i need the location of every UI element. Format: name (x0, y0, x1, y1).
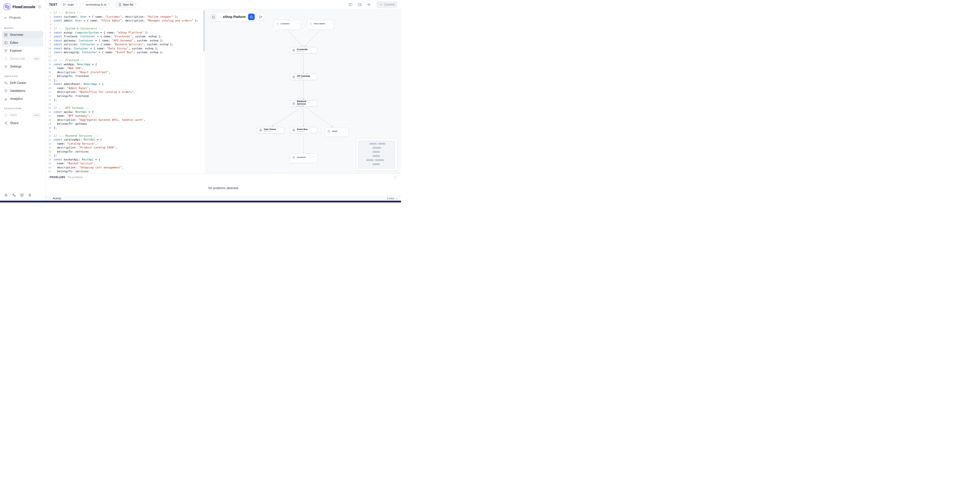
diagram-node-data-stores[interactable]: Data Stores3 elements (257, 127, 285, 133)
code-line[interactable]: 4 (46, 23, 205, 27)
panel-left-toggle-icon[interactable] (347, 1, 354, 8)
sidebar-collapse-icon[interactable] (38, 5, 41, 9)
code-line[interactable]: 26const apiGw: RestApi = { (46, 110, 205, 114)
language-icon[interactable] (12, 193, 16, 197)
diagram-node-api-gateway[interactable]: API Gateway1 element (290, 74, 317, 80)
code-line[interactable]: 37}; (46, 153, 205, 158)
code-text: const frontend: Container = { name: "Fro… (54, 35, 162, 38)
code-line[interactable]: 10const data: Container = { name: "Data … (46, 46, 205, 51)
line-number: 33 (46, 138, 51, 141)
code-line[interactable]: 14const webApp: ReactApp = { (46, 62, 205, 67)
node-subtitle: 2 elements (297, 131, 308, 133)
new-file-button[interactable]: New file (116, 1, 136, 8)
sidebar-item-query-lab[interactable]: Query LabSoon (2, 55, 43, 62)
diagram-node-customer[interactable]: Customer+ (274, 20, 301, 30)
code-line[interactable]: 20 name: "Admin Panel", (46, 86, 205, 90)
code-line[interactable]: 6const eshop: ComputerSystem = { name: "… (46, 31, 205, 35)
code-line[interactable]: 3const admin: User = { name: "Store Admi… (46, 19, 205, 23)
code-line[interactable]: 25// --- API Gateway --- (46, 106, 205, 110)
code-line[interactable]: 31 (46, 130, 205, 134)
sidebar-item-label: Drift Center (10, 81, 26, 85)
chevron-down-icon[interactable] (394, 176, 397, 179)
code-line[interactable]: 27 name: "BFF Gateway", (46, 114, 205, 118)
sidebar-item-settings[interactable]: Settings (2, 63, 43, 70)
code-line[interactable]: 28 description: "Aggregates backend APIs… (46, 118, 205, 122)
jobs-indicator[interactable]: 2 jobs (387, 197, 398, 200)
minimap[interactable] (356, 139, 397, 171)
code-line[interactable]: 18}; (46, 78, 205, 82)
code-text: // --- Actors --- (54, 11, 82, 14)
code-line[interactable]: 7const frontend: Container = { name: "Fr… (46, 35, 205, 38)
file-selector[interactable]: arch/eshop.fc.ts (83, 1, 113, 8)
code-line[interactable]: 30}; (46, 126, 205, 130)
code-line[interactable]: 12 (46, 54, 205, 59)
sidebar-item-label: Editor (10, 41, 18, 45)
home-button[interactable] (210, 14, 216, 20)
code-line[interactable]: 24 (46, 102, 205, 106)
docs-icon[interactable] (20, 193, 24, 197)
code-line[interactable]: 41 belongsTo: services (46, 169, 205, 174)
code-line[interactable]: 40 description: "Shopping cart managemen… (46, 166, 205, 170)
sidebar-item-adr[interactable]: ADRSoon (2, 111, 43, 119)
theme-toggle-icon[interactable] (4, 193, 8, 197)
selector-chevrons-icon (108, 3, 110, 6)
activity-bar[interactable]: Activity 2 jobs (46, 196, 401, 201)
diagram-node-backend-services[interactable]: Backend Services7 elements (290, 100, 317, 107)
sidebar-item-editor[interactable]: Editor (2, 39, 43, 46)
sidebar-item-analytics[interactable]: Analytics (2, 95, 43, 103)
code-line[interactable]: 23}; (46, 98, 205, 102)
sidebar-item-explorer[interactable]: Explorer (2, 47, 43, 54)
code-line[interactable]: 32// --- Backend Services --- (46, 134, 205, 138)
code-line[interactable]: 19const adminPanel: ReactApp = { (46, 82, 205, 86)
preview-eye-icon[interactable] (366, 1, 372, 8)
node-title: Stripe (332, 130, 337, 133)
code-line[interactable]: 38const basketApi: RestApi = { (46, 158, 205, 162)
code-line[interactable]: 17 belongsTo: frontend (46, 74, 205, 78)
code-editor[interactable]: 1// --- Actors ---2const customer: User … (46, 9, 205, 174)
back-to-projects[interactable]: Projects (0, 13, 45, 22)
search-button[interactable] (248, 14, 255, 20)
branch-selector[interactable]: main (60, 1, 81, 8)
sidebar-item-validations[interactable]: Validations (2, 87, 43, 95)
code-line[interactable]: 36 belongsTo: services (46, 150, 205, 154)
code-line[interactable]: 15 name: "Web SPA", (46, 66, 205, 70)
diagram-node-frontends[interactable]: Frontends2 elements (290, 47, 317, 53)
diagram-node-stripe[interactable]: Stripe+ (325, 128, 348, 137)
code-line[interactable]: 33const catalogApi: RestApi = { (46, 138, 205, 142)
code-line[interactable]: 9const services: Container = { name: "Ba… (46, 43, 205, 46)
diagram-node-event-bus[interactable]: Event Bus2 elements (290, 127, 317, 133)
sidebar-item-overview[interactable]: Overview (2, 31, 43, 38)
problems-header[interactable]: PROBLEMS No problems (46, 174, 401, 180)
code-line[interactable]: 1// --- Actors --- (46, 11, 205, 15)
code-text: belongsTo: frontend (54, 75, 89, 78)
line-number: 37 (46, 154, 51, 157)
flask-icon (4, 57, 8, 61)
code-line[interactable]: 39 name: "Basket Service", (46, 161, 205, 166)
account-icon[interactable] (28, 193, 32, 197)
activity-label: Activity (52, 197, 61, 200)
code-line[interactable]: 16 description: "React storefront", (46, 70, 205, 75)
auto-layout-button[interactable] (258, 14, 264, 20)
code-line[interactable]: 35 description: "Product catalog CRUD", (46, 145, 205, 150)
sidebar-item-share[interactable]: Share (2, 119, 43, 127)
diagram-canvas[interactable]: eShop Platform (205, 9, 401, 174)
code-line[interactable]: 5// --- System & Containers --- (46, 27, 205, 31)
code-line[interactable]: 8const gateway: Container = { name: "API… (46, 38, 205, 43)
editor-scrollbar[interactable] (203, 11, 205, 51)
gear-icon (4, 65, 8, 68)
node-title: Backend Services (297, 100, 315, 105)
code-line[interactable]: 21 description: "Backoffice for catalog … (46, 90, 205, 94)
panel-right-toggle-icon[interactable] (356, 1, 363, 8)
sidebar-item-drift-center[interactable]: Drift Center (2, 79, 43, 87)
code-text: }; (54, 126, 57, 129)
diagram-node-sendgrid[interactable]: SendGrid+ (290, 153, 317, 163)
code-line[interactable]: 34 name: "Catalog Service", (46, 142, 205, 146)
code-lines: 1// --- Actors ---2const customer: User … (46, 11, 205, 174)
commit-button[interactable]: Commit (377, 1, 398, 8)
code-line[interactable]: 29 belongsTo: gateway (46, 122, 205, 126)
code-line[interactable]: 22 belongsTo: frontend (46, 94, 205, 98)
code-line[interactable]: 2const customer: User = { name: "Custome… (46, 15, 205, 19)
code-line[interactable]: 13// --- Frontend --- (46, 58, 205, 62)
diagram-node-store-admin[interactable]: Store Admin+ (307, 20, 334, 30)
code-line[interactable]: 11const messaging: Container = { name: "… (46, 50, 205, 54)
